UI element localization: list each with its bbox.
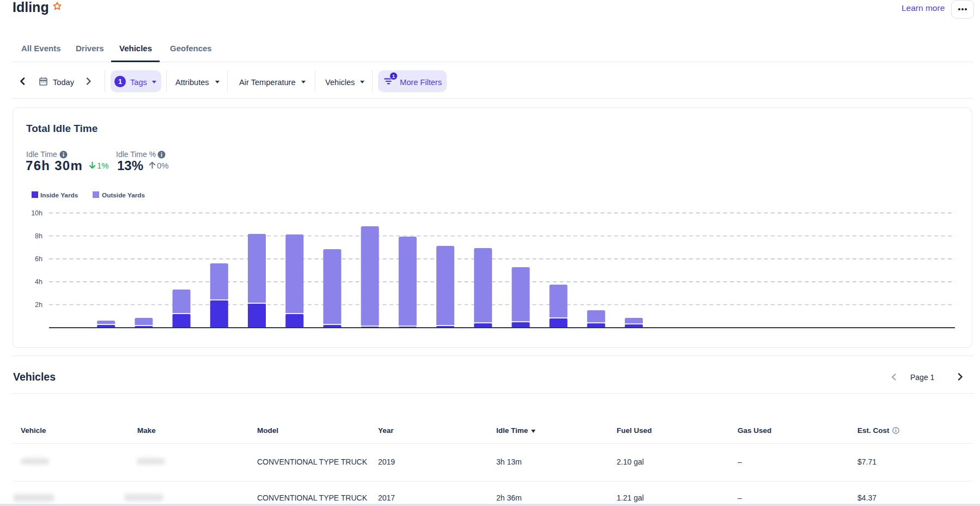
svg-text:10h: 10h: [31, 209, 42, 217]
svg-text:2h: 2h: [35, 301, 42, 309]
svg-text:6h: 6h: [35, 255, 42, 263]
svg-text:4h: 4h: [35, 278, 42, 286]
svg-text:8h: 8h: [35, 232, 42, 240]
